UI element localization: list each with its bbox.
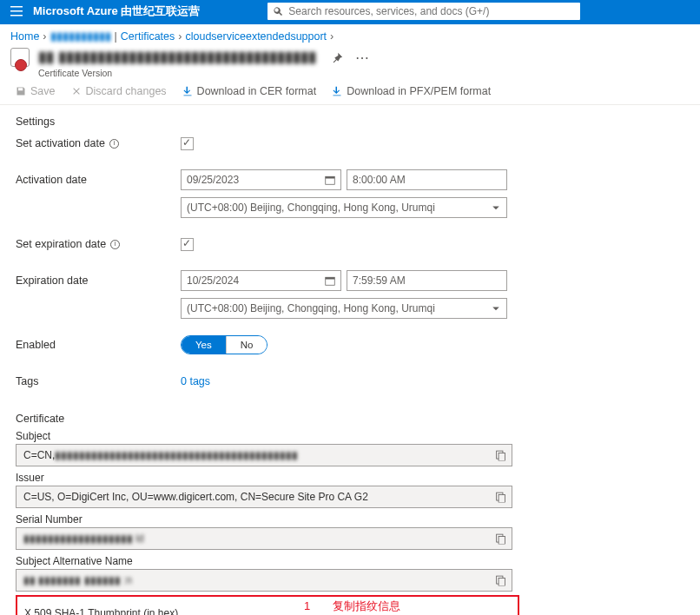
svg-rect-8	[499, 453, 505, 461]
download-icon	[182, 86, 193, 96]
download-icon	[332, 86, 342, 96]
chevron-down-icon	[491, 202, 501, 213]
breadcrumb-keyvault[interactable]: ▮▮▮▮▮▮▮▮▮▮	[50, 30, 111, 43]
save-button[interactable]: Save	[16, 85, 56, 97]
save-label: Save	[30, 85, 56, 97]
page-title: ▮▮ ▮▮▮▮▮▮▮▮▮▮▮▮▮▮▮▮▮▮▮▮▮▮▮▮▮▮▮▮▮▮▮▮▮	[38, 48, 316, 66]
info-icon[interactable]: i	[110, 240, 120, 249]
issuer-label: Issuer	[16, 472, 684, 484]
svg-rect-12	[499, 537, 505, 545]
calendar-icon	[325, 275, 335, 286]
breadcrumb-home[interactable]: Home	[10, 30, 39, 43]
subject-field: C=CN, ▮▮▮▮▮▮▮▮▮▮▮▮▮▮▮▮▮▮▮▮▮▮▮▮▮▮▮▮▮▮▮▮▮▮…	[16, 444, 512, 466]
search-input[interactable]	[288, 5, 580, 17]
san-field: ▮▮ ▮▮▮▮▮▮▮ ▮▮▮▮▮▮ :n	[16, 569, 512, 592]
breadcrumb-resource[interactable]: cloudserviceextendedsupport	[185, 30, 327, 43]
serial-field: ▮▮▮▮▮▮▮▮▮▮▮▮▮▮▮▮▮▮ ld	[16, 527, 512, 550]
copy-icon[interactable]	[495, 575, 506, 586]
svg-rect-2	[10, 15, 23, 17]
chevron-right-icon: ›	[178, 30, 182, 43]
certificate-icon	[10, 48, 30, 69]
enabled-toggle[interactable]: Yes No	[181, 335, 267, 354]
expiration-time-input[interactable]	[347, 270, 507, 291]
expiration-date-label: Expiration date	[16, 274, 181, 287]
tags-link[interactable]: 0 tags	[181, 375, 210, 387]
annotation-box-1: 1 复制指纹信息 X.509 SHA-1 Thumbprint (in hex)…	[16, 595, 519, 615]
brand-title: Microsoft Azure 由世纪互联运营	[33, 3, 215, 19]
copy-icon[interactable]	[495, 450, 506, 461]
top-bar: Microsoft Azure 由世纪互联运营	[0, 0, 700, 24]
serial-label: Serial Number	[16, 513, 684, 526]
more-icon[interactable]: ⋯	[355, 50, 369, 66]
svg-rect-1	[10, 10, 23, 12]
activation-time-input[interactable]	[347, 169, 507, 190]
content-area: Settings Set activation date i Activatio…	[0, 105, 700, 615]
global-search[interactable]	[267, 3, 580, 20]
chevron-right-icon: ›	[43, 30, 46, 43]
toggle-no[interactable]: No	[226, 336, 267, 354]
certificate-heading: Certificate	[16, 413, 684, 425]
breadcrumb-certificates[interactable]: Certificates	[121, 30, 175, 43]
pin-icon[interactable]	[332, 52, 343, 63]
enabled-label: Enabled	[16, 339, 181, 351]
chevron-down-icon	[491, 303, 501, 314]
tz-value: (UTC+08:00) Beijing, Chongqing, Hong Kon…	[187, 302, 435, 314]
thumbprint-label: X.509 SHA-1 Thumbprint (in hex)	[24, 607, 511, 615]
set-activation-label: Set activation date i	[16, 137, 181, 149]
copy-icon[interactable]	[495, 533, 506, 545]
title-row: ▮▮ ▮▮▮▮▮▮▮▮▮▮▮▮▮▮▮▮▮▮▮▮▮▮▮▮▮▮▮▮▮▮▮▮▮ Cer…	[0, 48, 700, 78]
svg-rect-6	[326, 277, 335, 279]
chevron-right-icon: ›	[330, 30, 333, 43]
san-label: Subject Alternative Name	[16, 555, 684, 567]
issuer-field: C=US, O=DigiCert Inc, OU=www.digicert.co…	[16, 486, 512, 508]
tz-value: (UTC+08:00) Beijing, Chongqing, Hong Kon…	[187, 202, 435, 214]
set-expiration-checkbox[interactable]	[181, 238, 194, 251]
copy-icon[interactable]	[495, 492, 506, 503]
svg-rect-10	[499, 495, 505, 503]
set-expiration-label: Set expiration date i	[16, 238, 181, 250]
settings-heading: Settings	[16, 116, 684, 128]
download-pfx-label: Download in PFX/PEM format	[347, 85, 491, 97]
svg-rect-4	[326, 176, 335, 178]
search-icon	[273, 6, 283, 17]
tags-label: Tags	[16, 375, 181, 387]
svg-rect-0	[10, 6, 23, 8]
info-icon[interactable]: i	[109, 139, 119, 149]
activation-tz-select[interactable]: (UTC+08:00) Beijing, Chongqing, Hong Kon…	[181, 197, 507, 218]
page-subtitle: Certificate Version	[38, 68, 316, 78]
activation-date-input[interactable]	[181, 169, 341, 190]
download-cer-label: Download in CER format	[197, 85, 317, 97]
svg-rect-14	[499, 579, 505, 586]
expiration-tz-select[interactable]: (UTC+08:00) Beijing, Chongqing, Hong Kon…	[181, 298, 507, 319]
save-icon	[16, 86, 26, 96]
set-activation-checkbox[interactable]	[181, 137, 194, 150]
discard-button[interactable]: Discard changes	[71, 85, 167, 97]
close-icon	[71, 86, 82, 96]
download-cer-button[interactable]: Download in CER format	[182, 85, 317, 97]
expiration-date-input[interactable]	[181, 270, 341, 291]
hamburger-menu[interactable]	[0, 6, 33, 17]
activation-date-label: Activation date	[16, 174, 181, 186]
annotation-text-1: 1 复制指纹信息	[304, 598, 400, 614]
calendar-icon	[325, 175, 335, 185]
pipe-sep: |	[115, 30, 117, 43]
discard-label: Discard changes	[86, 85, 167, 97]
toggle-yes[interactable]: Yes	[182, 336, 226, 354]
breadcrumb: Home › ▮▮▮▮▮▮▮▮▮▮ | Certificates › cloud…	[0, 24, 700, 48]
download-pfx-button[interactable]: Download in PFX/PEM format	[332, 85, 491, 97]
subject-label: Subject	[16, 430, 684, 442]
command-bar: Save Discard changes Download in CER for…	[0, 78, 700, 105]
